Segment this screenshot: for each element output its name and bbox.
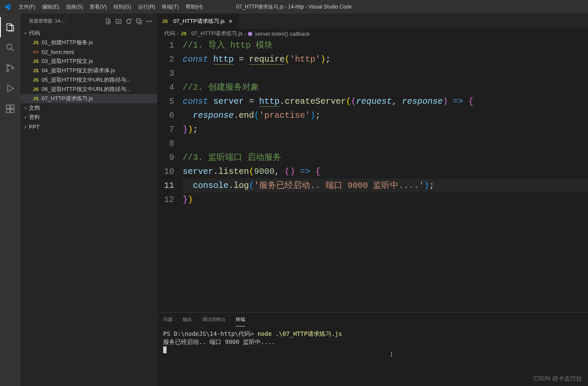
extensions-icon[interactable] xyxy=(0,99,20,119)
menu-item[interactable]: 查看(V) xyxy=(86,0,110,14)
folder-item[interactable]: ›资料 xyxy=(20,113,157,122)
menu-bar: 文件(F)编辑(E)选择(S)查看(V)转到(G)运行(R)终端(T)帮助(H) xyxy=(15,0,206,14)
tab-active[interactable]: JS 07_HTTP请求练习.js × xyxy=(157,14,238,29)
chevron-right-icon: › xyxy=(22,124,29,130)
file-item[interactable]: JS06_提取HTTP报文中URL的路径与... xyxy=(20,85,157,94)
activity-bar xyxy=(0,14,20,386)
js-file-icon: JS xyxy=(161,19,168,24)
close-icon[interactable]: × xyxy=(227,18,234,25)
js-file-icon: JS xyxy=(180,31,187,36)
file-label: 07_HTTP请求练习.js xyxy=(42,95,93,102)
menu-item[interactable]: 运行(R) xyxy=(135,0,159,14)
panel-tab[interactable]: 问题 xyxy=(163,313,172,326)
svg-point-1 xyxy=(7,65,9,67)
svg-point-3 xyxy=(12,67,14,69)
menu-item[interactable]: 帮助(H) xyxy=(182,0,206,14)
file-label: 06_提取HTTP报文中URL的路径与... xyxy=(42,85,130,93)
watermark: CSDN @卡皮巴拉 xyxy=(534,375,582,383)
svg-point-0 xyxy=(7,44,12,49)
file-type-icon: JS xyxy=(32,59,39,64)
folder-item[interactable]: ›PPT xyxy=(20,122,157,131)
menu-item[interactable]: 编辑(E) xyxy=(39,0,62,14)
panel-tab[interactable]: 调试控制台 xyxy=(202,313,226,326)
bottom-panel: 问题输出调试控制台终端 PS D:\nodeJS\14-http\代码> nod… xyxy=(157,312,588,386)
code-content[interactable]: //1. 导入 http 模块const http = require('htt… xyxy=(183,38,588,312)
menu-item[interactable]: 转到(G) xyxy=(110,0,134,14)
file-item[interactable]: <>02_form.html xyxy=(20,47,157,57)
chevron-right-icon: › xyxy=(22,105,29,111)
breadcrumb-file: 07_HTTP请求练习.js xyxy=(191,30,243,37)
folder-label: 资料 xyxy=(29,114,40,121)
menu-item[interactable]: 文件(F) xyxy=(15,0,39,14)
file-type-icon: JS xyxy=(32,77,39,82)
run-debug-icon[interactable] xyxy=(0,78,20,99)
code-editor[interactable]: 123456789101112 //1. 导入 http 模块const htt… xyxy=(157,38,588,312)
window-title: 07_HTTP请求练习.js - 14-http - Visual Studio… xyxy=(236,3,352,11)
editor-area: JS 07_HTTP请求练习.js × 代码 › JS 07_HTTP请求练习.… xyxy=(157,14,588,386)
explorer-title: 资源管理器: 14-... xyxy=(29,18,104,24)
breadcrumb[interactable]: 代码 › JS 07_HTTP请求练习.js › ⬢ server.listen… xyxy=(157,29,588,38)
vscode-logo-icon xyxy=(0,3,15,11)
file-label: 05_提取HTTP报文中URL的路径与... xyxy=(42,76,130,84)
folder-root[interactable]: › 代码 xyxy=(20,28,157,38)
file-label: 03_提取HTTP报文.js xyxy=(42,57,93,65)
folder-label: 文档 xyxy=(29,104,40,112)
breadcrumb-symbol: server.listen() callback xyxy=(255,31,310,37)
new-folder-icon[interactable] xyxy=(114,17,123,26)
chevron-right-icon: › xyxy=(177,31,178,37)
panel-tabs: 问题输出调试控制台终端 xyxy=(157,312,588,326)
more-actions-icon[interactable] xyxy=(144,17,154,26)
file-item[interactable]: JS04_提取HTTP报文的请求体.js xyxy=(20,66,157,75)
new-file-icon[interactable] xyxy=(104,17,113,26)
folder-label: PPT xyxy=(29,124,40,130)
svg-point-11 xyxy=(151,20,152,22)
editor-tabs: JS 07_HTTP请求练习.js × xyxy=(157,14,588,29)
svg-rect-4 xyxy=(6,105,10,108)
file-item[interactable]: JS01_创建HTTP服务.js xyxy=(20,38,157,47)
file-label: 04_提取HTTP报文的请求体.js xyxy=(42,67,115,74)
file-type-icon: JS xyxy=(32,87,39,92)
explorer-icon[interactable] xyxy=(0,17,20,37)
line-numbers: 123456789101112 xyxy=(157,38,183,312)
svg-point-2 xyxy=(7,70,9,72)
breadcrumb-folder: 代码 xyxy=(164,30,175,37)
file-item[interactable]: JS07_HTTP请求练习.js xyxy=(20,94,157,103)
file-tree: › 代码 JS01_创建HTTP服务.js<>02_form.htmlJS03_… xyxy=(20,28,157,386)
tab-label: 07_HTTP请求练习.js xyxy=(173,17,225,25)
chevron-right-icon: › xyxy=(244,31,246,37)
refresh-icon[interactable] xyxy=(124,17,133,26)
file-type-icon: <> xyxy=(32,49,39,54)
svg-rect-5 xyxy=(11,105,14,108)
text-cursor-icon: I xyxy=(390,351,393,358)
svg-rect-7 xyxy=(11,109,14,113)
chevron-down-icon: › xyxy=(23,30,28,37)
svg-rect-6 xyxy=(6,109,10,113)
svg-point-10 xyxy=(149,20,150,22)
panel-tab[interactable]: 输出 xyxy=(183,313,192,326)
file-type-icon: JS xyxy=(32,96,39,101)
terminal-cursor xyxy=(163,346,167,353)
file-label: 01_创建HTTP服务.js xyxy=(42,39,93,46)
explorer-header: 资源管理器: 14-... xyxy=(20,14,157,28)
collapse-all-icon[interactable] xyxy=(134,17,144,26)
panel-tab[interactable]: 终端 xyxy=(236,313,245,326)
svg-point-9 xyxy=(147,20,148,22)
menu-item[interactable]: 选择(S) xyxy=(62,0,86,14)
search-icon[interactable] xyxy=(0,37,20,58)
menu-item[interactable]: 终端(T) xyxy=(158,0,182,14)
chevron-right-icon: › xyxy=(22,114,29,120)
file-type-icon: JS xyxy=(32,40,39,45)
sidebar: 资源管理器: 14-... › 代码 JS01_创建HTTP服务.js<>02_… xyxy=(20,14,157,386)
titlebar: 文件(F)编辑(E)选择(S)查看(V)转到(G)运行(R)终端(T)帮助(H)… xyxy=(0,0,588,14)
file-type-icon: JS xyxy=(32,68,39,73)
method-icon: ⬢ xyxy=(248,31,252,37)
file-label: 02_form.html xyxy=(42,49,74,55)
folder-item[interactable]: ›文档 xyxy=(20,103,157,113)
terminal[interactable]: PS D:\nodeJS\14-http\代码> node .\07_HTTP请… xyxy=(157,326,588,386)
file-item[interactable]: JS05_提取HTTP报文中URL的路径与... xyxy=(20,75,157,85)
file-item[interactable]: JS03_提取HTTP报文.js xyxy=(20,57,157,66)
source-control-icon[interactable] xyxy=(0,58,20,78)
